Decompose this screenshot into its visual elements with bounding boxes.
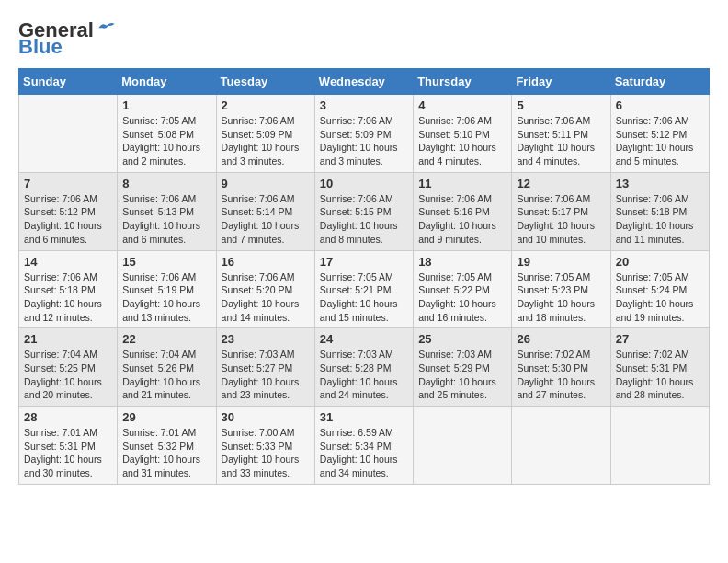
day-number: 8: [122, 177, 210, 190]
day-number: 28: [24, 410, 112, 424]
day-info: Sunrise: 7:06 AM Sunset: 5:12 PM Dayligh…: [24, 192, 112, 247]
day-info: Sunrise: 7:06 AM Sunset: 5:09 PM Dayligh…: [222, 114, 310, 168]
calendar-cell: [414, 407, 512, 485]
calendar-cell: 8Sunrise: 7:06 AM Sunset: 5:13 PM Daylig…: [118, 172, 216, 250]
day-info: Sunrise: 7:06 AM Sunset: 5:13 PM Dayligh…: [122, 192, 210, 247]
calendar-cell: 27Sunrise: 7:02 AM Sunset: 5:31 PM Dayli…: [610, 328, 709, 407]
calendar-cell: 6Sunrise: 7:06 AM Sunset: 5:12 PM Daylig…: [610, 95, 709, 173]
day-info: Sunrise: 7:06 AM Sunset: 5:15 PM Dayligh…: [320, 192, 408, 247]
col-header-tuesday: Tuesday: [216, 69, 314, 95]
day-number: 14: [24, 255, 112, 269]
day-info: Sunrise: 7:03 AM Sunset: 5:28 PM Dayligh…: [320, 348, 408, 402]
calendar-week-row: 14Sunrise: 7:06 AM Sunset: 5:18 PM Dayli…: [19, 250, 710, 328]
day-number: 18: [418, 255, 506, 269]
calendar-week-row: 7Sunrise: 7:06 AM Sunset: 5:12 PM Daylig…: [19, 172, 710, 250]
day-info: Sunrise: 7:05 AM Sunset: 5:23 PM Dayligh…: [517, 270, 605, 325]
day-number: 24: [320, 332, 408, 346]
day-number: 1: [122, 98, 210, 112]
day-number: 31: [320, 410, 408, 424]
day-info: Sunrise: 7:06 AM Sunset: 5:12 PM Dayligh…: [616, 114, 704, 168]
day-number: 17: [320, 255, 408, 269]
day-number: 16: [222, 255, 310, 269]
calendar-week-row: 28Sunrise: 7:01 AM Sunset: 5:31 PM Dayli…: [19, 407, 710, 485]
day-info: Sunrise: 7:03 AM Sunset: 5:29 PM Dayligh…: [418, 348, 506, 402]
calendar-cell: 2Sunrise: 7:06 AM Sunset: 5:09 PM Daylig…: [216, 95, 314, 173]
day-number: 23: [222, 332, 310, 346]
day-info: Sunrise: 7:05 AM Sunset: 5:08 PM Dayligh…: [122, 114, 210, 168]
calendar-cell: 4Sunrise: 7:06 AM Sunset: 5:10 PM Daylig…: [414, 95, 512, 173]
calendar-cell: 15Sunrise: 7:06 AM Sunset: 5:19 PM Dayli…: [118, 250, 216, 328]
calendar-cell: 30Sunrise: 7:00 AM Sunset: 5:33 PM Dayli…: [216, 407, 314, 485]
day-info: Sunrise: 7:04 AM Sunset: 5:25 PM Dayligh…: [24, 348, 112, 402]
calendar-header-row: SundayMondayTuesdayWednesdayThursdayFrid…: [19, 69, 710, 95]
day-info: Sunrise: 7:06 AM Sunset: 5:17 PM Dayligh…: [517, 192, 605, 247]
calendar-cell: 19Sunrise: 7:05 AM Sunset: 5:23 PM Dayli…: [512, 250, 610, 328]
day-info: Sunrise: 7:03 AM Sunset: 5:27 PM Dayligh…: [222, 348, 310, 402]
calendar-week-row: 21Sunrise: 7:04 AM Sunset: 5:25 PM Dayli…: [19, 328, 710, 407]
day-number: 26: [517, 332, 605, 346]
day-info: Sunrise: 7:01 AM Sunset: 5:32 PM Dayligh…: [122, 426, 210, 480]
col-header-thursday: Thursday: [414, 69, 512, 95]
col-header-sunday: Sunday: [19, 69, 118, 95]
day-number: 3: [320, 98, 408, 112]
calendar-cell: 25Sunrise: 7:03 AM Sunset: 5:29 PM Dayli…: [414, 328, 512, 407]
day-info: Sunrise: 7:06 AM Sunset: 5:19 PM Dayligh…: [122, 270, 210, 325]
day-number: 21: [24, 332, 112, 346]
day-number: 12: [517, 177, 605, 190]
calendar-cell: 5Sunrise: 7:06 AM Sunset: 5:11 PM Daylig…: [512, 95, 610, 173]
calendar-cell: [19, 95, 118, 173]
day-info: Sunrise: 7:06 AM Sunset: 5:16 PM Dayligh…: [418, 192, 506, 247]
col-header-friday: Friday: [512, 69, 610, 95]
day-info: Sunrise: 7:06 AM Sunset: 5:14 PM Dayligh…: [222, 192, 310, 247]
calendar-table: SundayMondayTuesdayWednesdayThursdayFrid…: [18, 68, 710, 485]
day-number: 5: [517, 98, 605, 112]
calendar-cell: 31Sunrise: 6:59 AM Sunset: 5:34 PM Dayli…: [314, 407, 413, 485]
calendar-cell: 13Sunrise: 7:06 AM Sunset: 5:18 PM Dayli…: [610, 172, 709, 250]
day-number: 15: [122, 255, 210, 269]
calendar-cell: 1Sunrise: 7:05 AM Sunset: 5:08 PM Daylig…: [118, 95, 216, 173]
day-number: 11: [418, 177, 506, 190]
day-info: Sunrise: 7:05 AM Sunset: 5:22 PM Dayligh…: [418, 270, 506, 325]
day-number: 29: [122, 410, 210, 424]
calendar-cell: [610, 407, 709, 485]
day-info: Sunrise: 7:06 AM Sunset: 5:20 PM Dayligh…: [222, 270, 310, 325]
day-number: 22: [122, 332, 210, 346]
day-info: Sunrise: 7:05 AM Sunset: 5:24 PM Dayligh…: [616, 270, 704, 325]
day-number: 7: [24, 177, 112, 190]
calendar-cell: 22Sunrise: 7:04 AM Sunset: 5:26 PM Dayli…: [118, 328, 216, 407]
calendar-cell: 11Sunrise: 7:06 AM Sunset: 5:16 PM Dayli…: [414, 172, 512, 250]
calendar-cell: 29Sunrise: 7:01 AM Sunset: 5:32 PM Dayli…: [118, 407, 216, 485]
day-info: Sunrise: 7:06 AM Sunset: 5:18 PM Dayligh…: [616, 192, 704, 247]
calendar-cell: 23Sunrise: 7:03 AM Sunset: 5:27 PM Dayli…: [216, 328, 314, 407]
calendar-cell: [512, 407, 610, 485]
calendar-cell: 12Sunrise: 7:06 AM Sunset: 5:17 PM Dayli…: [512, 172, 610, 250]
day-info: Sunrise: 7:06 AM Sunset: 5:11 PM Dayligh…: [517, 114, 605, 168]
day-info: Sunrise: 7:02 AM Sunset: 5:30 PM Dayligh…: [517, 348, 605, 402]
calendar-cell: 26Sunrise: 7:02 AM Sunset: 5:30 PM Dayli…: [512, 328, 610, 407]
calendar-cell: 9Sunrise: 7:06 AM Sunset: 5:14 PM Daylig…: [216, 172, 314, 250]
calendar-cell: 24Sunrise: 7:03 AM Sunset: 5:28 PM Dayli…: [314, 328, 413, 407]
calendar-cell: 14Sunrise: 7:06 AM Sunset: 5:18 PM Dayli…: [19, 250, 118, 328]
day-info: Sunrise: 7:06 AM Sunset: 5:10 PM Dayligh…: [418, 114, 506, 168]
col-header-monday: Monday: [118, 69, 216, 95]
calendar-cell: 18Sunrise: 7:05 AM Sunset: 5:22 PM Dayli…: [414, 250, 512, 328]
col-header-wednesday: Wednesday: [314, 69, 413, 95]
day-number: 20: [616, 255, 704, 269]
day-info: Sunrise: 7:05 AM Sunset: 5:21 PM Dayligh…: [320, 270, 408, 325]
col-header-saturday: Saturday: [610, 69, 709, 95]
day-info: Sunrise: 7:06 AM Sunset: 5:09 PM Dayligh…: [320, 114, 408, 168]
logo-blue: Blue: [18, 35, 63, 59]
day-info: Sunrise: 7:00 AM Sunset: 5:33 PM Dayligh…: [222, 426, 310, 480]
calendar-cell: 21Sunrise: 7:04 AM Sunset: 5:25 PM Dayli…: [19, 328, 118, 407]
calendar-cell: 7Sunrise: 7:06 AM Sunset: 5:12 PM Daylig…: [19, 172, 118, 250]
day-number: 30: [222, 410, 310, 424]
day-info: Sunrise: 6:59 AM Sunset: 5:34 PM Dayligh…: [320, 426, 408, 480]
day-number: 2: [222, 98, 310, 112]
calendar-cell: 3Sunrise: 7:06 AM Sunset: 5:09 PM Daylig…: [314, 95, 413, 173]
day-info: Sunrise: 7:04 AM Sunset: 5:26 PM Dayligh…: [122, 348, 210, 402]
day-number: 4: [418, 98, 506, 112]
calendar-cell: 28Sunrise: 7:01 AM Sunset: 5:31 PM Dayli…: [19, 407, 118, 485]
day-number: 13: [616, 177, 704, 190]
day-info: Sunrise: 7:01 AM Sunset: 5:31 PM Dayligh…: [24, 426, 112, 480]
day-number: 25: [418, 332, 506, 346]
